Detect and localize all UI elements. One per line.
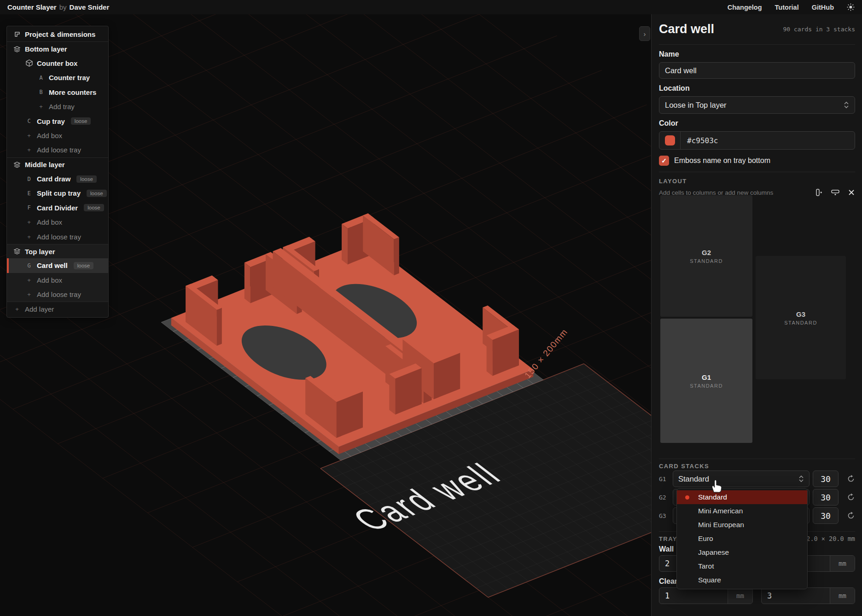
clearance-inputs-row: 1 mm 3 mm <box>659 587 855 604</box>
sidebar-item-cup-tray[interactable]: CCup trayloose <box>7 114 108 128</box>
card-type-select-g1[interactable]: Standard <box>673 471 810 487</box>
theme-toggle-sun-icon[interactable] <box>847 3 855 11</box>
slot-letter-badge: G <box>25 262 33 269</box>
emboss-label: Emboss name on tray bottom <box>674 157 770 165</box>
sidebar-item-label: Card Divider <box>37 204 78 212</box>
mm-unit: mm <box>728 588 752 604</box>
sidebar-item-label: Add box <box>37 276 62 284</box>
dropdown-option-japanese[interactable]: Japanese <box>677 546 807 559</box>
card-count-input-g1[interactable]: 30 <box>813 471 839 487</box>
color-picker-button[interactable] <box>659 132 681 149</box>
card-count-stats: 90 cards in 3 stacks <box>783 26 855 33</box>
dropdown-option-tarot[interactable]: Tarot <box>677 559 807 573</box>
dropdown-option-euro[interactable]: Euro <box>677 532 807 546</box>
github-link[interactable]: GitHub <box>812 4 834 11</box>
dropdown-option-mini-american[interactable]: Mini American <box>677 504 807 518</box>
sidebar-item-add-box[interactable]: +Add box <box>7 128 108 143</box>
sidebar-item-label: Project & dimensions <box>25 30 95 38</box>
layout-cell-g3[interactable]: G3 STANDARD <box>756 256 846 379</box>
card-count-input-g2[interactable]: 30 <box>813 489 839 506</box>
sidebar-item-card-draw[interactable]: DCard drawloose <box>7 172 108 186</box>
sidebar-item-label: Middle layer <box>25 161 65 169</box>
sidebar-item-add-loose-tray[interactable]: +Add loose tray <box>7 287 108 302</box>
emboss-checkbox[interactable]: ✓ <box>659 156 669 166</box>
stack-row-g1: G1Standard30 <box>659 470 855 488</box>
name-label: Name <box>659 50 855 58</box>
name-input[interactable] <box>659 62 855 79</box>
panel-title: Card well <box>659 22 714 36</box>
plus-icon: + <box>25 146 33 153</box>
slot-letter-badge: A <box>37 75 45 81</box>
card-count-input-g3[interactable]: 30 <box>813 507 839 524</box>
sidebar-item-split-cup-tray[interactable]: ESplit cup trayloose <box>7 186 108 200</box>
loose-badge: loose <box>74 262 94 269</box>
location-label: Location <box>659 84 855 93</box>
sidebar-item-card-divider[interactable]: FCard Dividerloose <box>7 201 108 215</box>
color-row: #c9503c <box>659 131 855 150</box>
sidebar-item-card-well[interactable]: GCard wellloose <box>7 258 108 273</box>
sidebar-item-label: Card draw <box>37 175 70 183</box>
plus-icon: + <box>25 132 33 139</box>
sidebar-item-add-loose-tray[interactable]: +Add loose tray <box>7 229 108 244</box>
location-select-value: Loose in Top layer <box>665 101 727 110</box>
chevrons-updown-icon <box>844 101 849 109</box>
rotate-stack-icon[interactable] <box>839 511 855 520</box>
plus-icon: + <box>25 219 33 226</box>
sidebar-item-more-counters[interactable]: BMore counters <box>7 85 108 99</box>
mm-unit: mm <box>830 556 855 571</box>
layers-icon <box>13 248 21 255</box>
sidebar-item-middle-layer[interactable]: Middle layer <box>7 157 108 172</box>
rotate-stack-icon[interactable] <box>839 475 855 483</box>
color-swatch <box>665 135 675 145</box>
stack-id-label: G3 <box>659 512 673 519</box>
sidebar-item-bottom-layer[interactable]: Bottom layer <box>7 41 108 56</box>
loose-badge: loose <box>84 204 104 211</box>
sidebar-item-label: Card well <box>37 262 68 269</box>
sidebar-item-label: Add box <box>37 132 62 139</box>
dropdown-option-standard[interactable]: Standard <box>677 490 807 504</box>
sidebar-item-label: Add loose tray <box>37 233 81 241</box>
sidebar-item-label: Split cup tray <box>37 189 81 197</box>
slot-letter-badge: C <box>25 118 33 124</box>
color-hex-value[interactable]: #c9503c <box>681 136 718 145</box>
app-author: Dave Snider <box>70 3 110 11</box>
layers-icon <box>13 46 21 53</box>
slot-letter-badge: D <box>25 176 33 182</box>
sidebar-item-add-tray[interactable]: +Add tray <box>7 99 108 114</box>
sidebar-item-add-layer[interactable]: +Add layer <box>7 302 108 316</box>
loose-badge: loose <box>71 117 91 125</box>
sidebar-item-label: Cup tray <box>37 117 65 125</box>
sidebar-item-label: More counters <box>49 88 96 96</box>
top-bar: Counter Slayer by Dave Snider Changelog … <box>0 0 862 14</box>
sidebar-item-project-dimensions[interactable]: Project & dimensions <box>7 27 108 41</box>
location-select[interactable]: Loose in Top layer <box>659 96 855 114</box>
panel-collapse-button[interactable]: › <box>639 26 650 41</box>
clearance-input-right[interactable]: 3 mm <box>761 587 855 604</box>
layer-tree-sidebar: Project & dimensionsBottom layerCounter … <box>6 26 109 318</box>
slot-letter-badge: B <box>37 89 45 95</box>
rotate-stack-icon[interactable] <box>839 493 855 501</box>
sidebar-item-counter-box[interactable]: Counter box <box>7 56 108 70</box>
plus-icon: + <box>25 277 33 284</box>
tutorial-link[interactable]: Tutorial <box>775 4 799 11</box>
changelog-link[interactable]: Changelog <box>728 4 762 11</box>
check-icon: ✓ <box>661 157 667 164</box>
stack-id-label: G1 <box>659 476 673 482</box>
cube-icon <box>25 59 33 67</box>
loose-badge: loose <box>87 190 107 197</box>
clearance-input-left[interactable]: 1 mm <box>659 587 753 604</box>
sidebar-item-add-box[interactable]: +Add box <box>7 215 108 229</box>
sidebar-item-add-box[interactable]: +Add box <box>7 273 108 287</box>
sidebar-item-label: Add tray <box>49 103 75 110</box>
sidebar-item-add-loose-tray[interactable]: +Add loose tray <box>7 143 108 157</box>
sidebar-item-top-layer[interactable]: Top layer <box>7 244 108 258</box>
dropdown-option-square[interactable]: Square <box>677 573 807 587</box>
dropdown-option-mini-european[interactable]: Mini European <box>677 518 807 532</box>
layout-cell-g1[interactable]: G1 STANDARD <box>660 319 752 443</box>
loose-badge: loose <box>76 175 97 183</box>
sidebar-item-counter-tray[interactable]: ACounter tray <box>7 70 108 85</box>
app-by: by <box>59 3 67 11</box>
layout-cell-g2[interactable]: G2 STANDARD <box>660 195 752 317</box>
slot-letter-badge: E <box>25 190 33 197</box>
stack-id-label: G2 <box>659 494 673 501</box>
